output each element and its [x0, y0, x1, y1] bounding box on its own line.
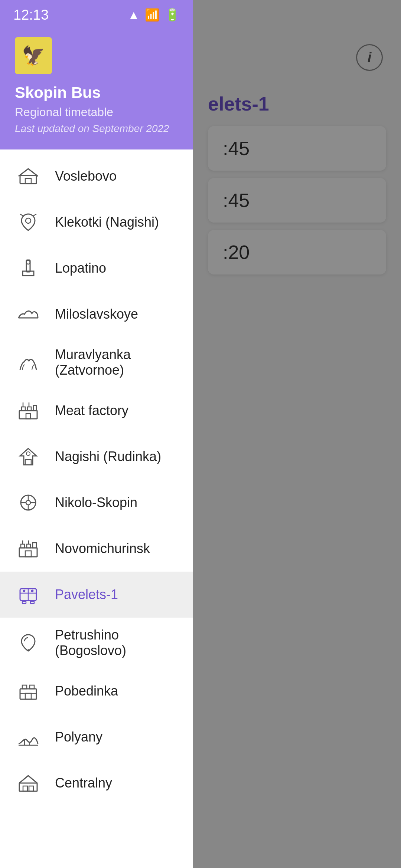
sidebar-item-label-pavelets-1: Pavelets-1: [55, 587, 118, 602]
drawer-scrim[interactable]: [193, 0, 401, 868]
novomichurinsk-icon: [15, 535, 42, 562]
sidebar-item-label-polyany: Polyany: [55, 729, 102, 745]
svg-rect-1: [25, 178, 31, 184]
svg-rect-33: [22, 601, 26, 604]
svg-rect-3: [26, 260, 30, 272]
sidebar-item-label-miloslavskoye: Miloslavskoye: [55, 306, 138, 322]
muravlyanka-icon: [15, 349, 42, 376]
sidebar-item-label-lopatino: Lopatino: [55, 260, 106, 276]
wifi-icon: ▲: [128, 8, 140, 22]
sidebar-item-label-petrushino: Petrushino (Bogoslovo): [55, 627, 178, 658]
miloslavskoye-icon: [15, 301, 42, 328]
sidebar-item-polyany[interactable]: Polyany: [0, 714, 193, 760]
sidebar-item-nagishi[interactable]: Nagishi (Rudinka): [0, 434, 193, 480]
sidebar-item-voslebovo[interactable]: Voslebovo: [0, 153, 193, 199]
svg-rect-24: [33, 543, 36, 548]
drawer-list: Voslebovo Klekotki (Nagishi) Lopatino Mi…: [0, 149, 193, 868]
sidebar-item-label-centralny: Centralny: [55, 775, 112, 791]
pavelets-1-icon: [15, 581, 42, 608]
sidebar-item-label-voslebovo: Voslebovo: [55, 168, 117, 184]
sidebar-item-klekotki[interactable]: Klekotki (Nagishi): [0, 199, 193, 245]
voslebovo-icon: [15, 163, 42, 190]
svg-rect-11: [26, 414, 30, 419]
svg-point-2: [26, 218, 31, 223]
sidebar-item-label-muravlyanka: Muravlyanka (Zatvornoe): [55, 347, 178, 378]
pobedinka-icon: [15, 678, 42, 704]
navigation-drawer: 🦅 Skopin Bus Regional timetable Last upd…: [0, 0, 193, 868]
svg-rect-25: [25, 551, 31, 557]
app-name: Skopin Bus: [15, 84, 178, 102]
status-icons: ▲ 📶 🔋: [128, 8, 180, 22]
app-subtitle: Regional timetable: [15, 105, 178, 119]
svg-rect-43: [29, 786, 33, 791]
svg-rect-6: [19, 411, 37, 419]
sidebar-item-label-nagishi: Nagishi (Rudinka): [55, 449, 161, 464]
sidebar-item-meat-factory[interactable]: Meat factory: [0, 388, 193, 434]
sidebar-item-lopatino[interactable]: Lopatino: [0, 245, 193, 291]
status-bar: 12:13 ▲ 📶 🔋: [0, 0, 193, 30]
nikolo-skopin-icon: [15, 489, 42, 516]
polyany-icon: [15, 724, 42, 750]
svg-rect-41: [19, 783, 37, 791]
sidebar-item-petrushino[interactable]: Petrushino (Bogoslovo): [0, 618, 193, 668]
centralny-icon: [15, 770, 42, 796]
logo-emoji: 🦅: [22, 45, 45, 66]
petrushino-icon: [15, 629, 42, 656]
svg-rect-34: [30, 601, 34, 604]
status-time: 12:13: [13, 7, 49, 23]
meat-factory-icon: [15, 397, 42, 424]
svg-rect-0: [20, 175, 36, 184]
svg-rect-9: [33, 405, 36, 411]
svg-rect-35: [20, 689, 36, 699]
sidebar-item-centralny[interactable]: Centralny: [0, 760, 193, 806]
svg-point-14: [26, 452, 30, 456]
sidebar-item-miloslavskoye[interactable]: Miloslavskoye: [0, 291, 193, 337]
sidebar-item-pobedinka[interactable]: Pobedinka: [0, 668, 193, 714]
svg-point-16: [26, 500, 30, 505]
sidebar-item-label-pobedinka: Pobedinka: [55, 683, 118, 699]
sidebar-item-label-novomichurinsk: Novomichurinsk: [55, 541, 150, 556]
sidebar-item-pavelets-1[interactable]: Pavelets-1: [0, 572, 193, 618]
sidebar-item-nikolo-skopin[interactable]: Nikolo-Skopin: [0, 480, 193, 526]
svg-point-32: [31, 590, 33, 592]
klekotki-icon: [15, 209, 42, 236]
nagishi-icon: [15, 443, 42, 470]
svg-rect-21: [19, 548, 37, 557]
svg-rect-42: [23, 786, 27, 791]
lopatino-icon: [15, 255, 42, 282]
sidebar-item-label-klekotki: Klekotki (Nagishi): [55, 214, 159, 230]
sidebar-item-label-meat-factory: Meat factory: [55, 403, 128, 418]
sidebar-item-label-nikolo-skopin: Nikolo-Skopin: [55, 495, 137, 510]
svg-rect-38: [25, 693, 31, 699]
signal-icon: 📶: [145, 8, 160, 22]
sidebar-item-novomichurinsk[interactable]: Novomichurinsk: [0, 526, 193, 572]
battery-icon: 🔋: [165, 8, 180, 22]
app-logo: 🦅: [15, 37, 52, 74]
svg-point-31: [23, 590, 25, 592]
last-updated: Last updated on September 2022: [15, 123, 178, 135]
sidebar-item-muravlyanka[interactable]: Muravlyanka (Zatvornoe): [0, 337, 193, 388]
